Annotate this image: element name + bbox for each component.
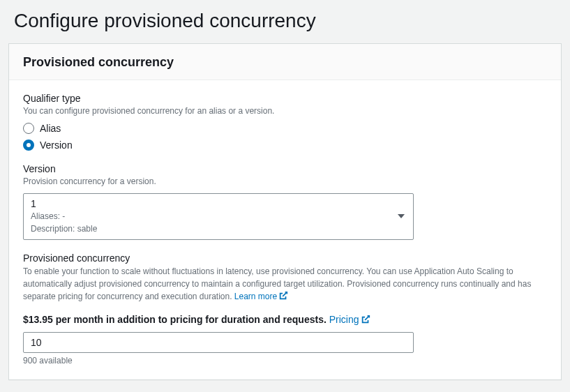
version-label: Version bbox=[23, 163, 547, 174]
pricing-link[interactable]: Pricing bbox=[329, 314, 370, 325]
version-select-aliases: Aliases: - bbox=[31, 211, 389, 223]
prov-label: Provisioned concurrency bbox=[23, 252, 547, 264]
radio-version[interactable]: Version bbox=[23, 140, 547, 151]
page-title: Configure provisioned concurrency bbox=[0, 0, 570, 43]
chevron-down-icon bbox=[398, 214, 405, 218]
provisioned-concurrency-input[interactable] bbox=[23, 332, 414, 353]
qualifier-type-hint: You can configure provisioned concurrenc… bbox=[23, 105, 547, 117]
qualifier-type-group: Qualifier type You can configure provisi… bbox=[23, 93, 547, 151]
radio-icon bbox=[23, 123, 34, 134]
provisioned-concurrency-panel: Provisioned concurrency Qualifier type Y… bbox=[8, 43, 562, 380]
external-link-icon bbox=[361, 315, 370, 326]
panel-heading: Provisioned concurrency bbox=[23, 55, 547, 70]
panel-header: Provisioned concurrency bbox=[9, 44, 561, 80]
learn-more-link[interactable]: Learn more bbox=[234, 292, 288, 301]
pricing-link-text: Pricing bbox=[329, 314, 359, 325]
panel-body: Qualifier type You can configure provisi… bbox=[9, 80, 561, 379]
provisioned-concurrency-group: Provisioned concurrency To enable your f… bbox=[23, 252, 547, 365]
version-hint: Provision concurrency for a version. bbox=[23, 176, 547, 188]
price-line: $13.95 per month in addition to pricing … bbox=[23, 314, 547, 326]
prov-description: To enable your function to scale without… bbox=[23, 265, 547, 304]
price-text: $13.95 per month in addition to pricing … bbox=[23, 314, 329, 325]
version-select[interactable]: 1 Aliases: - Description: sable bbox=[23, 193, 414, 241]
radio-alias-label: Alias bbox=[40, 123, 61, 134]
qualifier-type-label: Qualifier type bbox=[23, 93, 547, 104]
external-link-icon bbox=[278, 291, 288, 304]
version-select-value: 1 bbox=[31, 198, 389, 209]
available-hint: 900 available bbox=[23, 356, 547, 365]
version-select-description: Description: sable bbox=[31, 223, 389, 235]
radio-version-label: Version bbox=[40, 140, 73, 151]
learn-more-text: Learn more bbox=[234, 292, 277, 301]
radio-alias[interactable]: Alias bbox=[23, 123, 547, 134]
version-group: Version Provision concurrency for a vers… bbox=[23, 163, 547, 240]
radio-icon bbox=[23, 140, 34, 151]
